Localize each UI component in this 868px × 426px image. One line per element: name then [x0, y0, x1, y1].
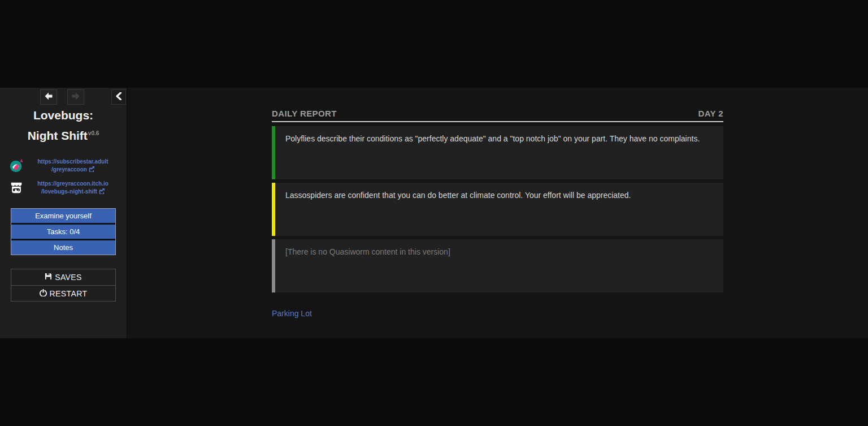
external-link-icon	[99, 188, 105, 196]
daily-report-title: DAILY REPORT	[272, 109, 337, 118]
report-text: [There is no Quasiworm content in this v…	[285, 247, 450, 256]
power-icon	[40, 286, 47, 302]
parking-lot-link[interactable]: Parking Lot	[272, 309, 312, 318]
game-version: v0.6	[88, 130, 99, 136]
subscribestar-link[interactable]: https://subscribestar.adult /greyraccoon	[24, 158, 122, 174]
itchio-link-row: https://greyraccoon.itch.io /lovebugs-ni…	[0, 177, 127, 199]
subscribestar-icon: A	[9, 158, 24, 173]
page: Lovebugs: Night Shiftv0.6 A https://su	[0, 0, 868, 426]
daily-report-header: DAILY REPORT DAY 2	[272, 109, 723, 122]
svg-text:A: A	[20, 159, 23, 163]
examine-yourself-button[interactable]: Examine yourself	[11, 209, 115, 223]
history-forward-button[interactable]	[67, 89, 84, 105]
report-list: Polyflies describe their conditions as "…	[272, 126, 723, 296]
report-text: Lassospiders are confident that you can …	[285, 191, 631, 200]
arrow-left-icon	[44, 92, 53, 103]
game-menu: Examine yourself Tasks: 0/4 Notes	[11, 208, 116, 255]
author-links: A https://subscribestar.adult /greyracco…	[0, 155, 127, 199]
arrow-right-icon	[71, 92, 80, 103]
history-back-button[interactable]	[40, 89, 57, 105]
itchio-icon	[9, 180, 24, 195]
subscribestar-link-row: A https://subscribestar.adult /greyracco…	[0, 155, 127, 177]
restart-button[interactable]: RESTART	[11, 285, 115, 301]
chevron-left-icon	[115, 92, 122, 102]
ui-bar-toggle-button[interactable]	[111, 89, 126, 105]
system-menu: SAVES RESTART	[11, 269, 116, 302]
game-title-line1: Lovebugs:	[0, 106, 127, 124]
floppy-disk-icon	[45, 269, 52, 285]
report-card-lassospiders: Lassospiders are confident that you can …	[272, 183, 723, 236]
history-tray	[0, 89, 127, 105]
passage: DAILY REPORT DAY 2 Polyflies describe th…	[272, 88, 723, 338]
tasks-button[interactable]: Tasks: 0/4	[11, 225, 115, 239]
report-text: Polyflies describe their conditions as "…	[285, 134, 700, 143]
external-link-icon	[89, 166, 94, 174]
notes-button[interactable]: Notes	[11, 240, 115, 255]
saves-button[interactable]: SAVES	[11, 269, 115, 285]
game-title: Lovebugs: Night Shiftv0.6	[0, 106, 127, 145]
ui-bar: Lovebugs: Night Shiftv0.6 A https://su	[0, 88, 127, 338]
day-counter: DAY 2	[698, 109, 723, 118]
report-card-polyflies: Polyflies describe their conditions as "…	[272, 126, 723, 179]
itchio-link[interactable]: https://greyraccoon.itch.io /lovebugs-ni…	[24, 180, 122, 196]
game-title-line2: Night Shiftv0.6	[0, 124, 127, 145]
report-card-quasiworms: [There is no Quasiworm content in this v…	[272, 239, 723, 292]
game-viewport: Lovebugs: Night Shiftv0.6 A https://su	[0, 88, 868, 338]
